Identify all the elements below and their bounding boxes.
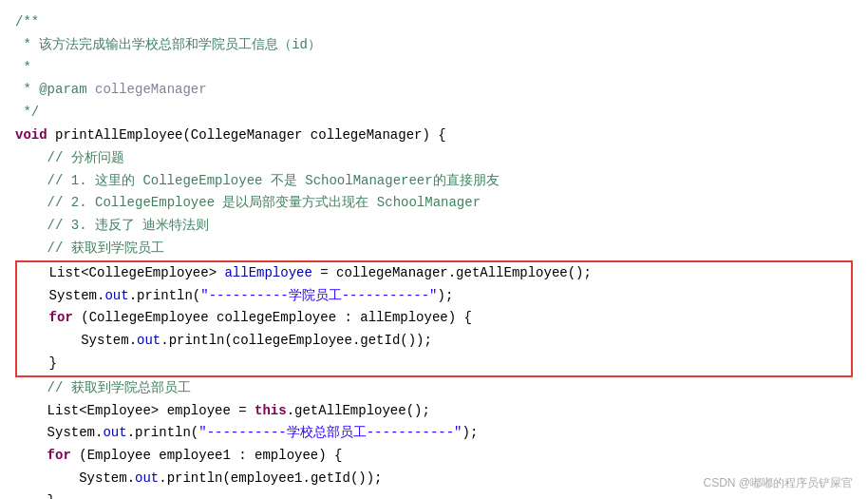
line-p1: List<Employee> employee = this.getAllEmp… [15,400,853,423]
line-p3: for (Employee employee1 : employee) { [15,445,853,468]
line-ic3: // 2. CollegeEmployee 是以局部变量方式出现在 School… [15,192,853,215]
line-h1: List<CollegeEmployee> allEmployee = coll… [17,262,851,285]
line-method-sig: void printAllEmployee(CollegeManager col… [15,125,853,147]
line-comment-1: /** [15,11,853,34]
line-ic4: // 3. 违反了 迪米特法则 [15,215,853,238]
line-p5: } [15,490,853,499]
code-container: /** * 该方法完成输出学校总部和学院员工信息（id） * * @param … [0,0,868,499]
line-ic1: // 分析问题 [15,147,853,170]
line-h4: System.out.println(collegeEmployee.getId… [17,330,851,353]
line-ic2: // 1. 这里的 CollegeEmployee 不是 SchoolManag… [15,170,853,193]
line-h5: } [17,353,851,375]
line-comment-5: */ [15,102,853,125]
watermark: CSDN @嘟嘟的程序员铲屎官 [703,475,853,491]
line-comment-4: * @param collegeManager [15,79,853,102]
line-comment-2: * 该方法完成输出学校总部和学院员工信息（id） [15,34,853,57]
line-comment-3: * [15,57,853,80]
highlighted-block: List<CollegeEmployee> allEmployee = coll… [15,260,853,377]
line-h2: System.out.println("----------学院员工------… [17,285,851,308]
line-h3: for (CollegeEmployee collegeEmployee : a… [17,307,851,330]
line-p2: System.out.println("----------学校总部员工----… [15,422,853,445]
line-ic5: // 获取到学院员工 [15,238,853,260]
line-ic6: // 获取到学院总部员工 [15,377,853,400]
